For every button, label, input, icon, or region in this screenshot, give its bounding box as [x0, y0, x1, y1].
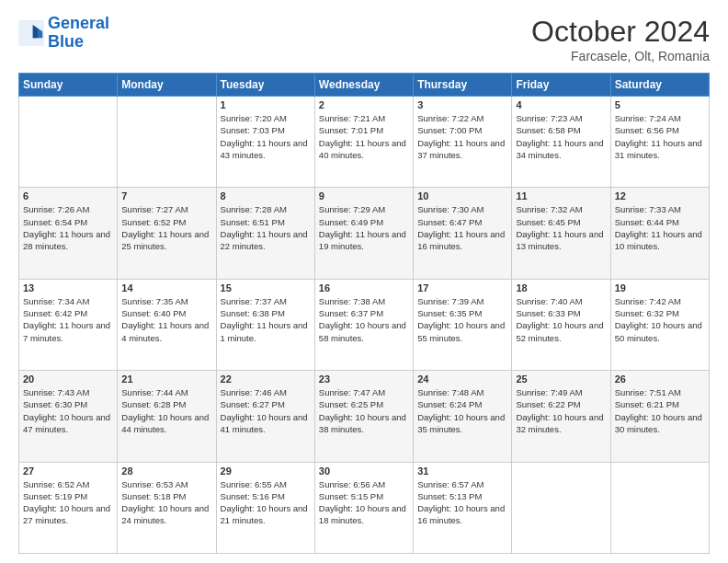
table-row: 21Sunrise: 7:44 AMSunset: 6:28 PMDayligh… — [118, 371, 216, 462]
table-row — [610, 462, 709, 553]
table-row: 26Sunrise: 7:51 AMSunset: 6:21 PMDayligh… — [610, 371, 709, 462]
table-row: 8Sunrise: 7:28 AMSunset: 6:51 PMDaylight… — [216, 188, 314, 279]
table-row: 30Sunrise: 6:56 AMSunset: 5:15 PMDayligh… — [314, 462, 413, 553]
table-row: 15Sunrise: 7:37 AMSunset: 6:38 PMDayligh… — [216, 279, 314, 370]
calendar-week-4: 20Sunrise: 7:43 AMSunset: 6:30 PMDayligh… — [19, 371, 710, 462]
logo-text: GeneralBlue — [48, 15, 109, 52]
table-row: 4Sunrise: 7:23 AMSunset: 6:58 PMDaylight… — [512, 97, 610, 188]
table-row: 19Sunrise: 7:42 AMSunset: 6:32 PMDayligh… — [610, 279, 709, 370]
calendar-week-3: 13Sunrise: 7:34 AMSunset: 6:42 PMDayligh… — [19, 279, 710, 370]
table-row: 28Sunrise: 6:53 AMSunset: 5:18 PMDayligh… — [118, 462, 216, 553]
calendar-week-2: 6Sunrise: 7:26 AMSunset: 6:54 PMDaylight… — [19, 188, 710, 279]
month-title: October 2024 — [531, 15, 710, 49]
table-row: 29Sunrise: 6:55 AMSunset: 5:16 PMDayligh… — [216, 462, 314, 553]
col-monday: Monday — [118, 74, 216, 97]
table-row: 10Sunrise: 7:30 AMSunset: 6:47 PMDayligh… — [414, 188, 512, 279]
table-row: 24Sunrise: 7:48 AMSunset: 6:24 PMDayligh… — [414, 371, 512, 462]
col-sunday: Sunday — [19, 74, 118, 97]
calendar-week-1: 1Sunrise: 7:20 AMSunset: 7:03 PMDaylight… — [19, 97, 710, 188]
calendar-header-row: Sunday Monday Tuesday Wednesday Thursday… — [19, 74, 710, 97]
table-row: 25Sunrise: 7:49 AMSunset: 6:22 PMDayligh… — [512, 371, 610, 462]
table-row: 31Sunrise: 6:57 AMSunset: 5:13 PMDayligh… — [414, 462, 512, 553]
table-row: 27Sunrise: 6:52 AMSunset: 5:19 PMDayligh… — [19, 462, 118, 553]
table-row: 9Sunrise: 7:29 AMSunset: 6:49 PMDaylight… — [314, 188, 413, 279]
table-row: 16Sunrise: 7:38 AMSunset: 6:37 PMDayligh… — [314, 279, 413, 370]
col-wednesday: Wednesday — [314, 74, 413, 97]
table-row: 23Sunrise: 7:47 AMSunset: 6:25 PMDayligh… — [314, 371, 413, 462]
table-row — [118, 97, 216, 188]
table-row: 11Sunrise: 7:32 AMSunset: 6:45 PMDayligh… — [512, 188, 610, 279]
table-row: 5Sunrise: 7:24 AMSunset: 6:56 PMDaylight… — [610, 97, 709, 188]
title-block: October 2024 Farcasele, Olt, Romania — [531, 15, 710, 63]
table-row — [19, 97, 118, 188]
table-row — [512, 462, 610, 553]
table-row: 13Sunrise: 7:34 AMSunset: 6:42 PMDayligh… — [19, 279, 118, 370]
page-header: GeneralBlue October 2024 Farcasele, Olt,… — [18, 15, 710, 63]
table-row: 17Sunrise: 7:39 AMSunset: 6:35 PMDayligh… — [414, 279, 512, 370]
table-row: 6Sunrise: 7:26 AMSunset: 6:54 PMDaylight… — [19, 188, 118, 279]
logo: GeneralBlue — [18, 15, 109, 52]
table-row: 18Sunrise: 7:40 AMSunset: 6:33 PMDayligh… — [512, 279, 610, 370]
calendar-table: Sunday Monday Tuesday Wednesday Thursday… — [18, 73, 710, 554]
table-row: 20Sunrise: 7:43 AMSunset: 6:30 PMDayligh… — [19, 371, 118, 462]
table-row: 2Sunrise: 7:21 AMSunset: 7:01 PMDaylight… — [314, 97, 413, 188]
col-thursday: Thursday — [414, 74, 512, 97]
table-row: 7Sunrise: 7:27 AMSunset: 6:52 PMDaylight… — [118, 188, 216, 279]
table-row: 22Sunrise: 7:46 AMSunset: 6:27 PMDayligh… — [216, 371, 314, 462]
col-saturday: Saturday — [610, 74, 709, 97]
table-row: 1Sunrise: 7:20 AMSunset: 7:03 PMDaylight… — [216, 97, 314, 188]
table-row: 3Sunrise: 7:22 AMSunset: 7:00 PMDaylight… — [414, 97, 512, 188]
table-row: 14Sunrise: 7:35 AMSunset: 6:40 PMDayligh… — [118, 279, 216, 370]
logo-icon — [18, 20, 44, 46]
location-subtitle: Farcasele, Olt, Romania — [531, 49, 710, 63]
table-row: 12Sunrise: 7:33 AMSunset: 6:44 PMDayligh… — [610, 188, 709, 279]
col-tuesday: Tuesday — [216, 74, 314, 97]
calendar-week-5: 27Sunrise: 6:52 AMSunset: 5:19 PMDayligh… — [19, 462, 710, 553]
col-friday: Friday — [512, 74, 610, 97]
